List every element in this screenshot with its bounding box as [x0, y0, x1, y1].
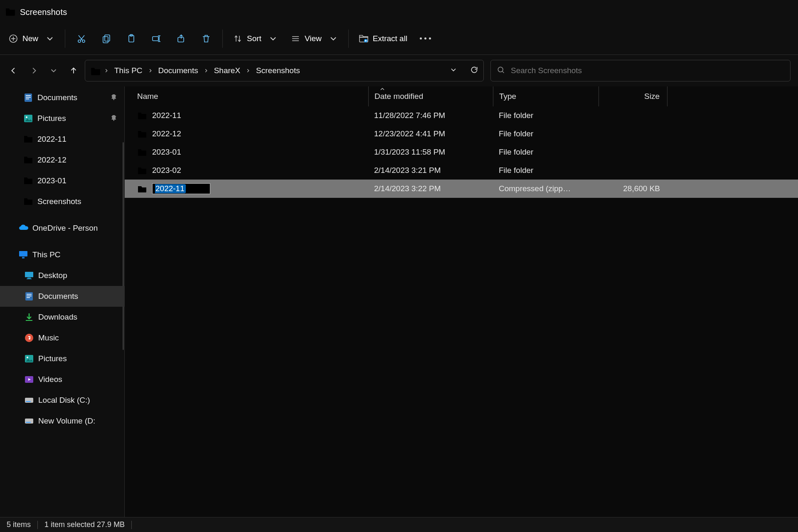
- sidebar-item-label: Pictures: [37, 114, 66, 123]
- delete-button[interactable]: [194, 28, 218, 49]
- sidebar-item-desktop[interactable]: Desktop: [0, 265, 124, 286]
- file-row[interactable]: 2023-01 1/31/2023 11:58 PM File folder: [125, 143, 798, 161]
- zip-icon: [137, 184, 147, 193]
- cut-button[interactable]: [69, 28, 94, 49]
- folder-icon: [137, 129, 147, 138]
- copy-button[interactable]: [94, 28, 118, 49]
- extract-all-button[interactable]: Extract all: [353, 28, 413, 49]
- address-dropdown-button[interactable]: [449, 66, 458, 76]
- window-title: Screenshots: [20, 7, 67, 17]
- chevron-right-icon[interactable]: [148, 68, 153, 74]
- column-header-name[interactable]: Name: [137, 86, 368, 106]
- sidebar-item-label: 2022-12: [37, 155, 66, 165]
- sidebar-item-pictures-pc[interactable]: Pictures: [0, 348, 124, 369]
- file-date: 1/31/2023 11:58 PM: [368, 143, 493, 161]
- file-size: [598, 106, 667, 125]
- file-date: 12/23/2022 4:41 PM: [368, 125, 493, 143]
- rename-button[interactable]: [144, 28, 168, 49]
- sidebar-item-documents-pc[interactable]: Documents: [0, 286, 124, 307]
- sidebar-item-downloads[interactable]: Downloads: [0, 307, 124, 328]
- sidebar-item-screenshots[interactable]: Screenshots: [0, 191, 124, 212]
- sidebar-item-2022-12[interactable]: 2022-12: [0, 150, 124, 170]
- sidebar-item-label: Videos: [38, 375, 62, 384]
- documents-icon: [23, 93, 33, 103]
- nav-arrows: [9, 66, 78, 75]
- more-button[interactable]: [414, 28, 437, 49]
- file-size: [598, 161, 667, 180]
- sidebar-item-this-pc[interactable]: This PC: [0, 244, 124, 265]
- svg-point-21: [82, 40, 85, 42]
- sidebar-item-documents[interactable]: Documents: [0, 87, 124, 108]
- column-header-type[interactable]: Type: [493, 86, 598, 106]
- new-button-label: New: [22, 34, 38, 43]
- sidebar-item-pictures[interactable]: Pictures: [0, 108, 124, 129]
- sidebar-item-label: OneDrive - Person: [32, 224, 98, 233]
- nav-back-button[interactable]: [9, 66, 18, 75]
- folder-icon: [23, 197, 33, 207]
- folder-icon: [137, 166, 147, 175]
- file-name: 2023-02: [152, 166, 181, 175]
- svg-rect-23: [103, 37, 108, 43]
- column-header-date[interactable]: Date modified: [368, 86, 493, 106]
- file-size: 28,600 KB: [598, 180, 667, 198]
- sidebar-item-local-disk-c[interactable]: Local Disk (C:): [0, 390, 124, 411]
- this-pc-icon: [18, 250, 28, 260]
- sidebar-item-label: New Volume (D:: [38, 416, 95, 426]
- chevron-down-icon: [328, 34, 338, 44]
- chevron-right-icon[interactable]: [103, 68, 109, 74]
- sort-button[interactable]: Sort: [227, 28, 284, 49]
- sidebar-item-label: 2022-11: [37, 135, 66, 144]
- file-type: File folder: [493, 161, 598, 180]
- sort-button-label: Sort: [247, 34, 261, 43]
- file-type: Compressed (zipp…: [493, 180, 598, 198]
- file-row[interactable]: 2022-11 11/28/2022 7:46 PM File folder: [125, 106, 798, 125]
- breadcrumb-documents[interactable]: Documents: [156, 64, 201, 78]
- breadcrumb-this-pc[interactable]: This PC: [112, 64, 145, 78]
- sidebar-item-label: Local Disk (C:): [38, 396, 90, 405]
- search-input[interactable]: [511, 66, 784, 75]
- share-button[interactable]: [169, 28, 193, 49]
- folder-icon: [23, 134, 33, 144]
- sidebar-item-onedrive[interactable]: OneDrive - Person: [0, 218, 124, 239]
- file-list: Name Date modified Type Size 2022-11 11/…: [125, 86, 798, 517]
- sidebar-item-new-volume-d[interactable]: New Volume (D:: [0, 411, 124, 431]
- rename-input[interactable]: 2022-11: [152, 183, 210, 194]
- chevron-down-icon: [45, 34, 55, 44]
- file-type: File folder: [493, 143, 598, 161]
- file-type: File folder: [493, 106, 598, 125]
- search-box[interactable]: [490, 60, 791, 81]
- paste-button[interactable]: [119, 28, 143, 49]
- breadcrumb-screenshots[interactable]: Screenshots: [254, 64, 303, 78]
- chevron-right-icon[interactable]: [203, 68, 209, 74]
- sidebar-item-label: Desktop: [38, 271, 67, 280]
- status-bar: 5 items 1 item selected 27.9 MB: [0, 517, 798, 532]
- refresh-button[interactable]: [470, 66, 478, 76]
- nav-up-button[interactable]: [69, 66, 78, 75]
- status-divider: [37, 521, 38, 529]
- file-row-selected[interactable]: 2022-11 2/14/2023 3:22 PM Compressed (zi…: [125, 180, 798, 198]
- sidebar-item-music[interactable]: Music: [0, 328, 124, 348]
- sidebar-item-videos[interactable]: Videos: [0, 369, 124, 390]
- file-type: File folder: [493, 125, 598, 143]
- chevron-right-icon[interactable]: [245, 68, 251, 74]
- folder-icon: [137, 111, 147, 120]
- sidebar-item-2022-11[interactable]: 2022-11: [0, 129, 124, 150]
- pictures-icon: [23, 113, 33, 123]
- documents-icon: [24, 291, 34, 301]
- file-name: 2022-11: [152, 111, 181, 120]
- toolbar-sep-3: [348, 30, 349, 48]
- sidebar-item-label: Documents: [38, 292, 78, 301]
- new-button[interactable]: New: [2, 28, 61, 49]
- file-row[interactable]: 2022-12 12/23/2022 4:41 PM File folder: [125, 125, 798, 143]
- rename-text-selected: 2022-11: [155, 184, 185, 193]
- column-header-size[interactable]: Size: [598, 86, 667, 106]
- address-bar[interactable]: This PC Documents ShareX Screenshots: [85, 60, 484, 81]
- view-button[interactable]: View: [285, 28, 344, 49]
- nav-forward-button[interactable]: [29, 66, 38, 75]
- breadcrumb-sharex[interactable]: ShareX: [212, 64, 243, 78]
- column-headers: Name Date modified Type Size: [125, 86, 798, 106]
- nav-recent-button[interactable]: [49, 66, 58, 75]
- sidebar-item-2023-01[interactable]: 2023-01: [0, 170, 124, 191]
- file-size: [598, 143, 667, 161]
- file-row[interactable]: 2023-02 2/14/2023 3:21 PM File folder: [125, 161, 798, 180]
